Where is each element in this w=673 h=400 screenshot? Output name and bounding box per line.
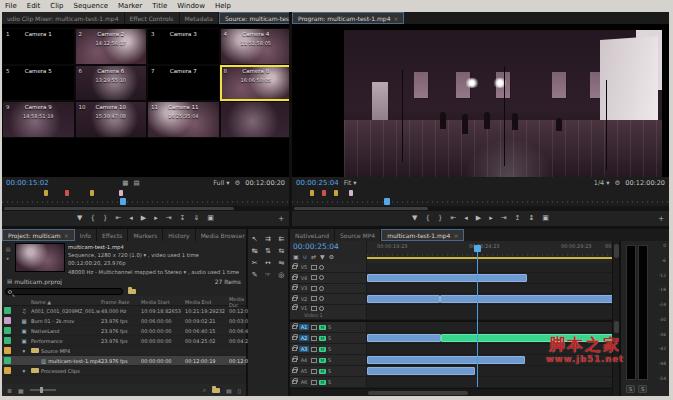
col-media-start[interactable]: Media Start — [141, 299, 185, 305]
track-output-eye-icon[interactable] — [319, 296, 324, 301]
track-output-eye-icon[interactable] — [319, 306, 324, 311]
camera-cell-3[interactable]: 3Camera 3 — [147, 28, 220, 65]
find-icon[interactable]: ⌕ — [203, 386, 206, 394]
table-row-selected-clip[interactable]: ▥multicam-test-1.mp4 23.976 fps 00:00:00… — [2, 356, 246, 366]
label-chip[interactable] — [4, 337, 11, 344]
mute-button[interactable]: M — [319, 358, 326, 363]
label-chip[interactable] — [4, 347, 11, 354]
timeline-scroll-thumb[interactable] — [368, 391, 468, 395]
close-icon[interactable]: × — [64, 232, 69, 239]
track-v5-content[interactable] — [367, 263, 612, 272]
camera-cell-6[interactable]: 6Camera 613:29:55:10 — [75, 65, 148, 102]
menu-clip[interactable]: Clip — [50, 2, 63, 10]
mute-button[interactable]: M — [319, 325, 326, 330]
source-marker-yellow-1[interactable] — [44, 190, 48, 196]
razor-tool[interactable]: ✂ — [252, 259, 258, 267]
source-marker-pink[interactable] — [119, 190, 123, 196]
button-editor-icon[interactable]: ▦ — [122, 179, 128, 187]
tab-project[interactable]: Project: multicam× — [2, 229, 75, 241]
step-back-icon[interactable]: ◂ — [129, 215, 133, 222]
tab-program[interactable]: Program: multicam-test-1.mp4× — [292, 12, 404, 24]
solo-button[interactable]: S — [328, 324, 331, 330]
source-marker-red[interactable] — [65, 190, 69, 196]
mute-button[interactable]: M — [319, 336, 326, 341]
program-marker-red[interactable] — [322, 190, 326, 196]
filter-bin-icon[interactable] — [128, 289, 136, 294]
lock-icon[interactable] — [292, 286, 297, 290]
hand-tool[interactable]: ☞ — [265, 271, 271, 279]
track-a6-content[interactable] — [367, 377, 612, 387]
camera-cell-11[interactable]: 11Camera 1116:25:35:04 — [147, 101, 220, 138]
add-marker-icon[interactable]: ▼ — [77, 215, 82, 222]
export-frame-icon[interactable]: ▣ — [207, 215, 214, 222]
slip-tool[interactable]: ↔ — [265, 259, 271, 267]
zoom-tool[interactable]: ◎ — [278, 271, 284, 279]
track-select-backward-tool[interactable]: ⇇ — [278, 235, 284, 243]
pen-tool[interactable]: ✎ — [252, 271, 258, 279]
camera-cell-5[interactable]: 5Camera 5 — [2, 65, 75, 102]
mark-in-icon[interactable]: { — [425, 215, 429, 222]
audio-clip[interactable] — [367, 367, 475, 375]
settings-menu-icon[interactable]: ▤ — [133, 179, 139, 187]
program-current-timecode[interactable]: 00:00:25:04 — [296, 179, 339, 187]
table-row-video-clip[interactable]: ▦ Burn 01 - 2k.mov 23.976 fps 00:06:00:0… — [2, 316, 246, 326]
col-media-end[interactable]: Media End — [185, 299, 229, 305]
button-editor-plus-icon[interactable]: + — [278, 215, 284, 223]
solo-button[interactable]: S — [328, 379, 331, 385]
solo-button[interactable]: S — [328, 368, 331, 374]
lock-icon[interactable] — [292, 358, 297, 362]
new-item-icon[interactable]: ▤ — [226, 387, 232, 394]
camera-cell-1[interactable]: 1Camera 1 — [2, 28, 75, 65]
rolling-edit-tool[interactable]: ⇅ — [265, 247, 271, 255]
mute-button[interactable]: M — [319, 380, 326, 385]
source-marker-yellow-2[interactable] — [90, 190, 94, 196]
sync-lock-icon[interactable] — [311, 325, 317, 330]
label-chip[interactable] — [4, 367, 11, 374]
export-frame-icon[interactable]: ▣ — [542, 215, 549, 222]
insert-icon[interactable]: ↧ — [180, 215, 186, 222]
source-zoom-select[interactable]: Full▾ — [213, 179, 229, 187]
track-v2-content[interactable] — [367, 294, 612, 304]
label-chip[interactable] — [4, 317, 11, 324]
table-row-folder[interactable]: ▾ Processed Clips — [2, 366, 246, 376]
snap-magnet-icon[interactable]: ∪ — [303, 253, 307, 260]
video-clip[interactable] — [367, 295, 440, 303]
menu-file[interactable]: File — [5, 2, 17, 10]
timeline-playhead-line[interactable] — [477, 247, 478, 387]
menu-marker[interactable]: Marker — [118, 2, 142, 10]
sync-lock-icon[interactable] — [311, 336, 317, 341]
rate-stretch-tool[interactable]: ⇆ — [278, 247, 284, 255]
step-forward-icon[interactable]: ▸ — [154, 215, 158, 222]
nest-toggle-icon[interactable]: ▣ — [293, 253, 299, 260]
lock-icon[interactable] — [292, 276, 297, 280]
overwrite-icon[interactable]: ⇓ — [193, 215, 199, 222]
lock-icon[interactable] — [292, 265, 297, 269]
track-a1-content[interactable] — [367, 322, 612, 332]
program-marker-white[interactable] — [349, 190, 353, 196]
program-settings-wrench-icon[interactable]: ⚙ — [615, 179, 621, 187]
menu-title[interactable]: Title — [152, 2, 167, 10]
label-chip[interactable] — [4, 307, 11, 314]
timeline-current-timecode[interactable]: 00:00:25:04 — [290, 241, 366, 251]
close-icon[interactable]: × — [453, 232, 458, 239]
program-mini-ruler[interactable] — [292, 197, 669, 206]
expander-icon[interactable]: ▾ — [17, 368, 31, 374]
table-row-folder[interactable]: ▾ Source MP4 — [2, 346, 246, 356]
track-a5-content[interactable] — [367, 366, 612, 376]
program-marker-yellow-2[interactable] — [334, 190, 338, 196]
mark-out-icon[interactable]: } — [103, 215, 107, 222]
sync-lock-icon[interactable] — [311, 286, 317, 291]
work-area-bar[interactable] — [367, 257, 612, 259]
source-scroll-thumb[interactable] — [4, 207, 234, 210]
track-output-eye-icon[interactable] — [319, 286, 324, 291]
table-row-sequence[interactable]: ▣ Performance 23.976 fps 00:00:00:00 00:… — [2, 336, 246, 346]
tab-effects[interactable]: Effects — [97, 229, 128, 241]
step-back-icon[interactable]: ◂ — [464, 215, 468, 222]
sync-lock-icon[interactable] — [311, 265, 317, 270]
program-marker-yellow-1[interactable] — [310, 190, 314, 196]
playback-resolution-select[interactable]: 1/4▾ — [594, 179, 610, 187]
menu-help[interactable]: Help — [215, 2, 231, 10]
col-name[interactable]: Name ▲ — [31, 299, 101, 305]
table-row-sequence[interactable]: ▣ NativeLand 23.976 fps 00:00:00:00 00:0… — [2, 326, 246, 336]
label-chip[interactable] — [4, 357, 11, 364]
